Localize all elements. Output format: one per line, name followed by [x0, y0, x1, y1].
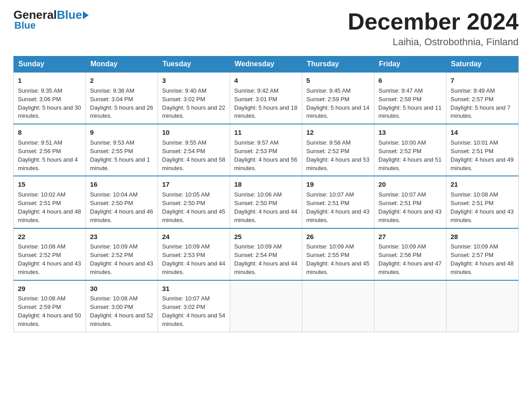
day-info: Sunrise: 9:58 AMSunset: 2:52 PMDaylight:… — [306, 139, 370, 172]
day-info: Sunrise: 9:53 AMSunset: 2:55 PMDaylight:… — [90, 139, 154, 172]
header-day-friday: Friday — [374, 56, 446, 73]
month-title: December 2024 — [348, 9, 519, 34]
header-row: SundayMondayTuesdayWednesdayThursdayFrid… — [14, 56, 519, 73]
day-number: 13 — [378, 128, 442, 137]
week-row-3: 15Sunrise: 10:02 AMSunset: 2:51 PMDaylig… — [14, 176, 519, 228]
day-number: 26 — [306, 232, 370, 242]
calendar-cell: 5Sunrise: 9:45 AMSunset: 2:59 PMDaylight… — [302, 72, 374, 124]
day-info: Sunrise: 9:51 AMSunset: 2:56 PMDaylight:… — [18, 139, 82, 172]
day-info: Sunrise: 10:05 AMSunset: 2:50 PMDaylight… — [162, 191, 226, 224]
day-info: Sunrise: 10:08 AMSunset: 2:52 PMDaylight… — [18, 243, 82, 276]
day-number: 19 — [306, 180, 370, 189]
day-info: Sunrise: 9:49 AMSunset: 2:57 PMDaylight:… — [450, 87, 514, 120]
calendar-cell — [230, 280, 302, 332]
day-info: Sunrise: 10:09 AMSunset: 2:55 PMDaylight… — [306, 243, 370, 276]
calendar-cell — [446, 280, 519, 332]
calendar-cell: 13Sunrise: 10:00 AMSunset: 2:52 PMDaylig… — [374, 124, 446, 176]
day-number: 10 — [162, 128, 226, 137]
day-info: Sunrise: 9:57 AMSunset: 2:53 PMDaylight:… — [234, 139, 298, 172]
day-number: 6 — [378, 76, 442, 86]
day-number: 27 — [378, 232, 442, 242]
calendar-cell: 31Sunrise: 10:07 AMSunset: 3:02 PMDaylig… — [158, 280, 230, 332]
calendar-cell: 20Sunrise: 10:07 AMSunset: 2:51 PMDaylig… — [374, 176, 446, 228]
page-header: General Blue Blue December 2024 Laihia, … — [13, 9, 519, 48]
header-day-saturday: Saturday — [446, 56, 519, 73]
calendar-cell: 29Sunrise: 10:08 AMSunset: 2:59 PMDaylig… — [14, 280, 86, 332]
day-info: Sunrise: 10:00 AMSunset: 2:52 PMDaylight… — [378, 139, 442, 172]
day-info: Sunrise: 10:04 AMSunset: 2:50 PMDaylight… — [90, 191, 154, 224]
location-title: Laihia, Ostrobothnia, Finland — [348, 36, 519, 48]
day-number: 3 — [162, 76, 226, 86]
day-number: 31 — [162, 284, 226, 294]
calendar-cell: 30Sunrise: 10:08 AMSunset: 3:00 PMDaylig… — [86, 280, 158, 332]
day-number: 18 — [234, 180, 298, 189]
calendar-cell: 28Sunrise: 10:09 AMSunset: 2:57 PMDaylig… — [446, 228, 519, 280]
day-number: 20 — [378, 180, 442, 189]
logo-general: General — [13, 9, 57, 21]
day-info: Sunrise: 10:07 AMSunset: 2:51 PMDaylight… — [378, 191, 442, 224]
day-info: Sunrise: 9:42 AMSunset: 3:01 PMDaylight:… — [234, 87, 298, 120]
week-row-1: 1Sunrise: 9:35 AMSunset: 3:06 PMDaylight… — [14, 72, 519, 124]
calendar-cell: 25Sunrise: 10:09 AMSunset: 2:54 PMDaylig… — [230, 228, 302, 280]
logo: General Blue Blue — [13, 9, 89, 31]
day-number: 21 — [450, 180, 514, 189]
day-info: Sunrise: 10:09 AMSunset: 2:56 PMDaylight… — [378, 243, 442, 276]
calendar-cell: 26Sunrise: 10:09 AMSunset: 2:55 PMDaylig… — [302, 228, 374, 280]
day-info: Sunrise: 10:08 AMSunset: 2:59 PMDaylight… — [18, 295, 82, 328]
week-row-2: 8Sunrise: 9:51 AMSunset: 2:56 PMDaylight… — [14, 124, 519, 176]
day-info: Sunrise: 9:35 AMSunset: 3:06 PMDaylight:… — [18, 87, 82, 120]
calendar-cell: 12Sunrise: 9:58 AMSunset: 2:52 PMDayligh… — [302, 124, 374, 176]
day-number: 16 — [90, 180, 154, 189]
calendar-cell: 4Sunrise: 9:42 AMSunset: 3:01 PMDaylight… — [230, 72, 302, 124]
day-number: 23 — [90, 232, 154, 242]
calendar-cell: 3Sunrise: 9:40 AMSunset: 3:02 PMDaylight… — [158, 72, 230, 124]
calendar-cell: 2Sunrise: 9:38 AMSunset: 3:04 PMDaylight… — [86, 72, 158, 124]
day-info: Sunrise: 10:02 AMSunset: 2:51 PMDaylight… — [18, 191, 82, 224]
calendar-table: SundayMondayTuesdayWednesdayThursdayFrid… — [13, 56, 519, 332]
day-number: 29 — [18, 284, 82, 294]
header-day-wednesday: Wednesday — [230, 56, 302, 73]
logo-blue-part: Blue — [57, 9, 89, 21]
calendar-cell: 22Sunrise: 10:08 AMSunset: 2:52 PMDaylig… — [14, 228, 86, 280]
day-number: 25 — [234, 232, 298, 242]
day-number: 9 — [90, 128, 154, 137]
day-info: Sunrise: 10:09 AMSunset: 2:57 PMDaylight… — [450, 243, 514, 276]
day-number: 12 — [306, 128, 370, 137]
calendar-cell: 18Sunrise: 10:06 AMSunset: 2:50 PMDaylig… — [230, 176, 302, 228]
calendar-cell: 23Sunrise: 10:09 AMSunset: 2:52 PMDaylig… — [86, 228, 158, 280]
day-info: Sunrise: 10:07 AMSunset: 3:02 PMDaylight… — [162, 295, 226, 328]
title-block: December 2024 Laihia, Ostrobothnia, Finl… — [348, 9, 519, 48]
calendar-cell: 10Sunrise: 9:55 AMSunset: 2:54 PMDayligh… — [158, 124, 230, 176]
calendar-cell: 11Sunrise: 9:57 AMSunset: 2:53 PMDayligh… — [230, 124, 302, 176]
calendar-cell: 1Sunrise: 9:35 AMSunset: 3:06 PMDaylight… — [14, 72, 86, 124]
day-number: 1 — [18, 76, 82, 86]
day-info: Sunrise: 10:07 AMSunset: 2:51 PMDaylight… — [306, 191, 370, 224]
day-number: 24 — [162, 232, 226, 242]
day-info: Sunrise: 9:40 AMSunset: 3:02 PMDaylight:… — [162, 87, 226, 120]
day-info: Sunrise: 10:06 AMSunset: 2:50 PMDaylight… — [234, 191, 298, 224]
day-number: 22 — [18, 232, 82, 242]
day-info: Sunrise: 10:09 AMSunset: 2:54 PMDaylight… — [234, 243, 298, 276]
week-row-5: 29Sunrise: 10:08 AMSunset: 2:59 PMDaylig… — [14, 280, 519, 332]
logo-subtitle: Blue — [14, 20, 36, 31]
calendar-cell: 27Sunrise: 10:09 AMSunset: 2:56 PMDaylig… — [374, 228, 446, 280]
day-info: Sunrise: 10:09 AMSunset: 2:53 PMDaylight… — [162, 243, 226, 276]
day-number: 30 — [90, 284, 154, 294]
day-number: 7 — [450, 76, 514, 86]
day-info: Sunrise: 9:55 AMSunset: 2:54 PMDaylight:… — [162, 139, 226, 172]
header-day-sunday: Sunday — [14, 56, 86, 73]
day-info: Sunrise: 10:09 AMSunset: 2:52 PMDaylight… — [90, 243, 154, 276]
calendar-cell: 14Sunrise: 10:01 AMSunset: 2:51 PMDaylig… — [446, 124, 519, 176]
day-number: 15 — [18, 180, 82, 189]
calendar-cell: 16Sunrise: 10:04 AMSunset: 2:50 PMDaylig… — [86, 176, 158, 228]
calendar-cell: 21Sunrise: 10:08 AMSunset: 2:51 PMDaylig… — [446, 176, 519, 228]
calendar-cell: 6Sunrise: 9:47 AMSunset: 2:58 PMDaylight… — [374, 72, 446, 124]
day-number: 2 — [90, 76, 154, 86]
calendar-cell: 8Sunrise: 9:51 AMSunset: 2:56 PMDaylight… — [14, 124, 86, 176]
header-day-monday: Monday — [86, 56, 158, 73]
calendar-cell: 15Sunrise: 10:02 AMSunset: 2:51 PMDaylig… — [14, 176, 86, 228]
header-day-thursday: Thursday — [302, 56, 374, 73]
day-info: Sunrise: 9:45 AMSunset: 2:59 PMDaylight:… — [306, 87, 370, 120]
day-number: 14 — [450, 128, 514, 137]
day-number: 8 — [18, 128, 82, 137]
